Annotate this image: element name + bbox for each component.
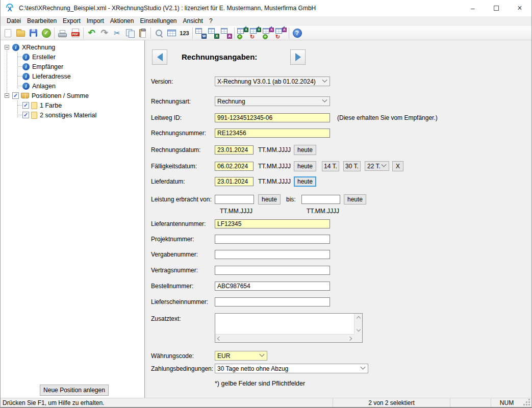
import-excel-refresh-icon[interactable]: X↻ <box>249 27 262 39</box>
leistung-von-input[interactable] <box>215 195 254 204</box>
new-document-icon[interactable] <box>2 27 14 39</box>
numlock-indicator: NUM <box>491 398 522 407</box>
menu-export[interactable]: Export <box>60 16 84 26</box>
save-icon[interactable] <box>27 27 40 39</box>
leistung-bis-heute-button[interactable]: heute <box>344 194 366 205</box>
days-select-value: 22 T. <box>367 163 382 170</box>
vertical-scrollbar[interactable] <box>354 314 362 334</box>
horizontal-scrollbar[interactable] <box>215 334 354 342</box>
faelligkeitsdatum-heute-button[interactable]: heute <box>294 161 316 171</box>
tree-item-lieferadresse[interactable]: i Lieferadresse <box>1 71 144 81</box>
zahlungsbedingungen-select[interactable]: 30 Tage netto ohne Abzug <box>215 364 368 373</box>
lieferdatum-heute-button[interactable]: heute <box>294 176 316 187</box>
open-folder-icon[interactable] <box>14 27 27 39</box>
next-page-button[interactable] <box>290 49 306 65</box>
window-title: C:\test\XRechnung_Beispiel.xml - XRechnu… <box>19 5 461 12</box>
numbers-icon[interactable]: 123 <box>178 27 191 39</box>
days-select[interactable]: 22 T. <box>365 161 389 171</box>
clear-date-button[interactable]: X <box>392 161 403 171</box>
lieferscheinnummer-input[interactable] <box>215 297 330 307</box>
toolbar-separator <box>150 28 151 39</box>
rechnungsart-select[interactable]: Rechnung <box>215 96 330 106</box>
scroll-up-icon[interactable] <box>357 316 361 320</box>
menu-datei[interactable]: Datei <box>4 16 24 26</box>
rechnungsdatum-label: Rechnungsdatum: <box>151 146 200 154</box>
rechnungsnummer-input[interactable] <box>215 129 330 138</box>
help-icon[interactable]: ? <box>291 27 303 39</box>
zusatztext-textarea[interactable] <box>215 313 363 343</box>
menu-einstellungen[interactable]: Einstellungen <box>137 16 180 26</box>
new-position-button[interactable]: Neue Position anlegen <box>40 385 109 396</box>
resize-grip[interactable] <box>522 398 531 407</box>
import-text-refresh-icon[interactable]: A↻ <box>274 27 287 39</box>
arrow-left-icon <box>157 53 163 61</box>
tree-item-label: Anlagen <box>32 83 56 90</box>
scroll-down-icon[interactable] <box>357 327 361 332</box>
plus-30-days-button[interactable]: 30 T. <box>343 161 361 171</box>
tree-item-xrechnung[interactable]: i XRechnung <box>1 42 144 52</box>
status-message: Drücken Sie F1, um Hilfe zu erhalten. <box>1 399 333 406</box>
collapse-icon[interactable] <box>5 93 9 98</box>
paste-icon[interactable] <box>136 27 149 39</box>
undo-icon[interactable]: ↶ <box>85 27 98 39</box>
menu-import[interactable]: Import <box>84 16 107 26</box>
tree-item-ersteller[interactable]: i Ersteller <box>1 52 144 62</box>
date-format-hint: TT.MM.JJJJ <box>258 163 291 170</box>
vergabenummer-input[interactable] <box>215 250 330 259</box>
menu-ansicht[interactable]: Ansicht <box>180 16 206 26</box>
plus-14-days-button[interactable]: 14 T. <box>322 161 339 171</box>
tree-item-anlagen[interactable]: i Anlagen <box>1 81 144 91</box>
cut-icon[interactable]: ✂ <box>111 27 123 39</box>
menu-bearbeiten[interactable]: Bearbeiten <box>24 16 60 26</box>
tree-checkbox[interactable]: ✓ <box>12 92 19 99</box>
rechnungsnummer-label: Rechnungsnummer: <box>151 130 206 137</box>
import-excel-add-icon[interactable]: X+ <box>236 27 249 39</box>
leistung-bis-input[interactable] <box>301 195 340 204</box>
tree-item-label: Empfänger <box>32 63 63 70</box>
maximize-button[interactable] <box>485 0 508 16</box>
table-icon[interactable] <box>165 27 178 39</box>
print-icon[interactable] <box>56 27 69 39</box>
scroll-right-icon[interactable] <box>348 337 352 341</box>
validate-icon[interactable]: ✓ <box>40 27 53 39</box>
pdf-export-icon[interactable]: PDF <box>69 27 82 39</box>
export-text-icon[interactable]: A <box>220 27 233 39</box>
date-format-hint: TT.MM.JJJJ <box>307 208 339 215</box>
vertragsnummer-input[interactable] <box>215 266 330 275</box>
version-select[interactable]: X-Rechnung V3.0.1 (ab 01.02.2024) <box>215 76 330 86</box>
zahlungsbedingungen-label: Zahlungsbedingungen: <box>151 365 213 372</box>
tree-item-position-2[interactable]: ✓ 2 sonstiges Material <box>1 110 144 120</box>
menu-hilfe[interactable]: ? <box>206 16 216 26</box>
scroll-left-icon[interactable] <box>217 337 221 341</box>
rechnungsdatum-input[interactable] <box>215 145 254 155</box>
tree-item-positionen-summe[interactable]: ✓ Positionen / Summe <box>1 91 144 100</box>
redo-icon[interactable]: ↷ <box>98 27 111 39</box>
rechnungsdatum-heute-button[interactable]: heute <box>294 145 316 155</box>
chevron-down-icon <box>361 365 366 370</box>
bestellnummer-input[interactable] <box>215 282 330 291</box>
leistung-von-heute-button[interactable]: heute <box>258 194 281 205</box>
tree-checkbox[interactable]: ✓ <box>22 112 29 118</box>
close-button[interactable]: × <box>508 0 531 16</box>
tree-checkbox[interactable]: ✓ <box>22 102 29 109</box>
copy-icon[interactable] <box>123 27 136 39</box>
search-icon[interactable] <box>153 27 165 39</box>
collapse-icon[interactable] <box>5 45 9 49</box>
import-text-add-icon[interactable]: A+ <box>262 27 274 39</box>
minimize-button[interactable]: – <box>461 0 485 16</box>
tree-item-position-1[interactable]: ✓ 1 Farbe <box>1 100 144 110</box>
prev-page-button[interactable] <box>152 49 167 65</box>
lieferantennummer-input[interactable] <box>215 219 330 228</box>
waehrungscode-select[interactable]: EUR <box>215 351 267 361</box>
bis-label: bis: <box>286 196 296 203</box>
bestellnummer-label: Bestellnummer: <box>151 283 193 290</box>
tree-item-empfaenger[interactable]: i Empfänger <box>1 62 144 71</box>
menu-aktionen[interactable]: Aktionen <box>107 16 137 26</box>
export-excel-icon[interactable]: X <box>207 27 220 39</box>
export-word-icon[interactable]: W <box>194 27 207 39</box>
chevron-down-icon <box>382 162 387 167</box>
faelligkeitsdatum-input[interactable] <box>215 162 254 171</box>
projektnummer-input[interactable] <box>215 235 330 244</box>
leitweg-input[interactable] <box>215 113 330 122</box>
lieferdatum-input[interactable] <box>215 177 254 186</box>
